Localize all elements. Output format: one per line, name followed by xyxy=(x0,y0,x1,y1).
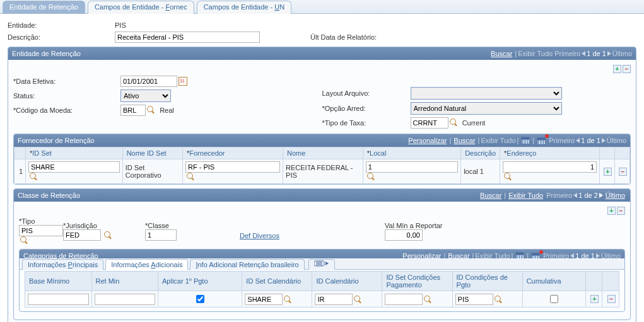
section-categorias-retencao: Categorias de Retenção Personalizar | Bu… xyxy=(19,249,625,312)
jurisdicao-label: Jurisdição xyxy=(66,222,97,229)
cumulativa-checkbox[interactable] xyxy=(550,295,558,303)
primeiro: Primeiro xyxy=(546,192,572,199)
section-entidade-retencao: Entidade de Retenção Buscar | Exibir Tud… xyxy=(8,47,636,322)
idset-cond-input[interactable] xyxy=(385,294,423,305)
next-icon[interactable] xyxy=(599,193,603,198)
codigo-moeda-desc: Real xyxy=(160,106,174,114)
primeiro: Primeiro xyxy=(549,137,575,144)
idset-cal-input[interactable] xyxy=(245,294,283,305)
classe-input[interactable] xyxy=(145,229,177,241)
add-row-button[interactable] xyxy=(590,295,599,303)
tipo-input[interactable] xyxy=(19,225,63,236)
codigo-moeda-label: Código da Moeda: xyxy=(13,106,120,114)
ultimo-link[interactable]: Último xyxy=(606,192,625,199)
ultimo: Último xyxy=(612,50,632,57)
lookup-icon[interactable] xyxy=(504,173,513,181)
fornecedor-input[interactable] xyxy=(185,161,280,173)
classe-label: Classe xyxy=(148,222,169,229)
exibir-tudo: Exibir Tudo xyxy=(518,50,553,57)
subtab-info-adicionais[interactable]: Informações Adicionais xyxy=(105,259,188,270)
lookup-icon[interactable] xyxy=(20,236,29,245)
tipo-label: Tipo xyxy=(21,217,35,225)
entidade-label: Entidade: xyxy=(8,21,115,29)
tab-label: Entidade de Retenção xyxy=(9,3,78,11)
id-cal-input[interactable] xyxy=(315,294,353,305)
tab-campos-entidade-un[interactable]: Campos de Entidade - UN xyxy=(197,1,291,14)
personalizar-link[interactable]: Personalizar xyxy=(408,137,447,144)
next-icon[interactable] xyxy=(602,138,606,143)
codigo-moeda-input[interactable] xyxy=(120,105,146,116)
descricao-label: Descrição: xyxy=(8,33,115,41)
nome-idset: ID Set Corporativo xyxy=(122,159,182,184)
prev-icon[interactable] xyxy=(582,51,585,56)
base-min-input[interactable] xyxy=(28,294,89,305)
add-row-button[interactable] xyxy=(604,168,612,176)
table-row xyxy=(25,291,619,308)
lookup-icon[interactable] xyxy=(495,296,503,304)
tipo-taxa-input[interactable] xyxy=(411,117,448,129)
table-row: 1 ID Set Corporativo RECEITA FEDERAL - P… xyxy=(15,159,630,184)
status-select[interactable]: Ativo xyxy=(120,89,171,102)
next-icon[interactable] xyxy=(596,253,600,258)
prev-icon[interactable] xyxy=(576,138,580,143)
exibir-tudo: Exibir Tudo xyxy=(481,137,515,144)
section-fornecedor-retencao: Fornecedor de Retenção Personalizar | Bu… xyxy=(13,134,631,185)
opcao-arred-select[interactable]: Arredond Natural xyxy=(411,102,562,115)
jurisdicao-input[interactable] xyxy=(63,229,101,241)
entidade-value: PIS xyxy=(115,21,222,29)
lookup-icon[interactable] xyxy=(424,296,433,304)
tab-campos-entidade-fornec[interactable]: Campos de Entidade - Fornec xyxy=(88,1,194,14)
lookup-icon[interactable] xyxy=(284,296,293,304)
record-count: 1 de 1 xyxy=(581,137,600,144)
lookup-icon[interactable] xyxy=(147,106,156,115)
svg-marker-4 xyxy=(325,262,329,265)
row-number: 1 xyxy=(15,159,26,184)
delete-row-button[interactable] xyxy=(619,168,627,176)
grid-icon[interactable] xyxy=(537,137,546,145)
add-row-button[interactable] xyxy=(613,65,621,73)
subtab-info-adicional-brasil[interactable]: Info Adicional Retenção brasileiro xyxy=(190,259,304,270)
status-label: Status: xyxy=(13,92,120,100)
buscar-link[interactable]: Buscar xyxy=(454,137,475,144)
descricao-input[interactable] xyxy=(115,32,260,43)
download-icon[interactable] xyxy=(521,137,530,144)
val-min-label: Val Mín a Reportar xyxy=(385,222,460,229)
ult-data-relatorio-label: Últ Data de Relatório: xyxy=(310,33,377,41)
lookup-icon[interactable] xyxy=(367,173,376,181)
nome-fornecedor: RECEITA FEDERAL - PIS xyxy=(283,159,363,184)
idset-input[interactable] xyxy=(28,161,120,173)
exibir-tudo-link[interactable]: Exibir Tudo xyxy=(508,192,543,199)
delete-row-button[interactable] xyxy=(617,207,625,215)
lookup-icon[interactable] xyxy=(450,118,459,127)
delete-row-button[interactable] xyxy=(607,295,616,303)
tab-entidade-retencao[interactable]: Entidade de Retenção xyxy=(3,1,85,14)
delete-row-button[interactable] xyxy=(623,65,631,73)
fornecedor-grid: *ID Set Nome ID Set *Fornecedor Nome *Lo… xyxy=(14,147,630,184)
record-count: 1 de 1 xyxy=(587,50,606,57)
expand-tabs-button[interactable] xyxy=(308,259,335,270)
ret-min-input[interactable] xyxy=(95,294,156,305)
id-cond-input[interactable] xyxy=(455,294,493,305)
opcao-arred-label: Opção Arred: xyxy=(322,105,411,112)
aplicar-checkbox[interactable] xyxy=(196,295,204,303)
endereco-input[interactable] xyxy=(503,161,597,173)
layout-arquivo-select[interactable] xyxy=(411,87,562,100)
prev-icon[interactable] xyxy=(573,193,577,198)
buscar-link[interactable]: Buscar xyxy=(480,192,501,199)
def-diversos-link[interactable]: Def Diversos xyxy=(240,232,279,239)
prev-icon[interactable] xyxy=(570,253,574,258)
subtab-info-principais[interactable]: Informações Principais xyxy=(22,259,103,270)
lookup-icon[interactable] xyxy=(187,173,196,181)
local-input[interactable] xyxy=(366,161,458,173)
next-icon[interactable] xyxy=(607,51,611,56)
val-min-input[interactable] xyxy=(385,229,423,241)
lookup-icon[interactable] xyxy=(354,296,363,304)
lookup-icon[interactable] xyxy=(30,173,38,181)
calendar-icon[interactable] xyxy=(179,77,187,86)
lookup-icon[interactable] xyxy=(104,231,113,240)
data-efetiva-input[interactable] xyxy=(120,76,177,87)
add-row-button[interactable] xyxy=(607,207,616,215)
ultimo: Último xyxy=(607,137,626,144)
buscar-link[interactable]: Buscar xyxy=(491,50,512,57)
section-classe-retencao: Classe de Retenção Buscar | Exibir Tudo … xyxy=(13,188,631,320)
